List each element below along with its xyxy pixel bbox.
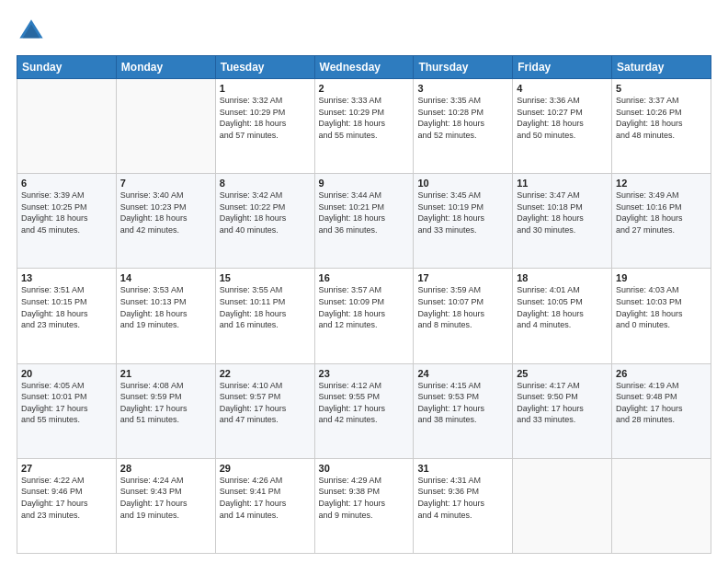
week-row-2: 6Sunrise: 3:39 AM Sunset: 10:25 PM Dayli…	[17, 174, 711, 269]
day-number: 14	[120, 272, 211, 283]
calendar-cell: 15Sunrise: 3:55 AM Sunset: 10:11 PM Dayl…	[215, 269, 314, 363]
day-number: 15	[220, 272, 311, 283]
calendar-cell: 23Sunrise: 4:12 AM Sunset: 9:55 PM Dayli…	[314, 363, 414, 458]
day-number: 2	[319, 83, 410, 94]
weekday-header-row: SundayMondayTuesdayWednesdayThursdayFrid…	[17, 56, 711, 79]
day-info: Sunrise: 4:19 AM Sunset: 9:48 PM Dayligh…	[616, 380, 707, 426]
week-row-3: 13Sunrise: 3:51 AM Sunset: 10:15 PM Dayl…	[17, 269, 711, 363]
day-number: 19	[616, 272, 707, 283]
day-number: 24	[417, 368, 508, 379]
day-info: Sunrise: 4:01 AM Sunset: 10:05 PM Daylig…	[517, 284, 608, 330]
day-info: Sunrise: 3:57 AM Sunset: 10:09 PM Daylig…	[319, 284, 410, 330]
day-number: 23	[319, 368, 410, 379]
week-row-4: 20Sunrise: 4:05 AM Sunset: 10:01 PM Dayl…	[17, 363, 711, 458]
calendar-cell: 18Sunrise: 4:01 AM Sunset: 10:05 PM Dayl…	[513, 269, 612, 363]
calendar-cell: 11Sunrise: 3:47 AM Sunset: 10:18 PM Dayl…	[513, 174, 612, 269]
calendar-cell: 17Sunrise: 3:59 AM Sunset: 10:07 PM Dayl…	[414, 269, 513, 363]
day-info: Sunrise: 3:59 AM Sunset: 10:07 PM Daylig…	[417, 284, 508, 330]
day-info: Sunrise: 3:51 AM Sunset: 10:15 PM Daylig…	[21, 284, 112, 330]
calendar-cell: 20Sunrise: 4:05 AM Sunset: 10:01 PM Dayl…	[17, 363, 117, 458]
calendar-cell: 26Sunrise: 4:19 AM Sunset: 9:48 PM Dayli…	[612, 363, 711, 458]
day-info: Sunrise: 3:37 AM Sunset: 10:26 PM Daylig…	[616, 95, 707, 141]
day-number: 26	[616, 368, 707, 379]
calendar-cell: 13Sunrise: 3:51 AM Sunset: 10:15 PM Dayl…	[17, 269, 117, 363]
day-number: 25	[517, 368, 608, 379]
day-info: Sunrise: 3:45 AM Sunset: 10:19 PM Daylig…	[417, 190, 508, 236]
day-info: Sunrise: 3:35 AM Sunset: 10:28 PM Daylig…	[417, 95, 508, 141]
calendar-cell: 31Sunrise: 4:31 AM Sunset: 9:36 PM Dayli…	[414, 458, 513, 553]
weekday-header-sunday: Sunday	[17, 56, 117, 79]
calendar-cell: 24Sunrise: 4:15 AM Sunset: 9:53 PM Dayli…	[414, 363, 513, 458]
day-info: Sunrise: 3:33 AM Sunset: 10:29 PM Daylig…	[319, 95, 410, 141]
day-info: Sunrise: 4:12 AM Sunset: 9:55 PM Dayligh…	[319, 380, 410, 426]
day-info: Sunrise: 4:03 AM Sunset: 10:03 PM Daylig…	[616, 284, 707, 330]
calendar-cell: 21Sunrise: 4:08 AM Sunset: 9:59 PM Dayli…	[116, 363, 215, 458]
day-info: Sunrise: 3:32 AM Sunset: 10:29 PM Daylig…	[220, 95, 311, 141]
calendar-cell: 6Sunrise: 3:39 AM Sunset: 10:25 PM Dayli…	[17, 174, 117, 269]
day-info: Sunrise: 3:40 AM Sunset: 10:23 PM Daylig…	[120, 190, 211, 236]
calendar-cell: 25Sunrise: 4:17 AM Sunset: 9:50 PM Dayli…	[513, 363, 612, 458]
calendar-cell: 10Sunrise: 3:45 AM Sunset: 10:19 PM Dayl…	[414, 174, 513, 269]
day-number: 3	[417, 83, 508, 94]
day-number: 16	[319, 272, 410, 283]
calendar-cell	[513, 458, 612, 553]
day-info: Sunrise: 4:22 AM Sunset: 9:46 PM Dayligh…	[21, 475, 112, 521]
calendar-cell	[17, 79, 117, 174]
day-number: 7	[120, 178, 211, 189]
calendar-table: SundayMondayTuesdayWednesdayThursdayFrid…	[17, 55, 711, 554]
day-info: Sunrise: 4:10 AM Sunset: 9:57 PM Dayligh…	[220, 380, 311, 426]
calendar-cell: 8Sunrise: 3:42 AM Sunset: 10:22 PM Dayli…	[215, 174, 314, 269]
logo	[17, 17, 50, 46]
day-number: 27	[21, 463, 112, 474]
weekday-header-thursday: Thursday	[414, 56, 513, 79]
day-number: 12	[616, 178, 707, 189]
calendar-cell: 9Sunrise: 3:44 AM Sunset: 10:21 PM Dayli…	[314, 174, 414, 269]
day-info: Sunrise: 3:39 AM Sunset: 10:25 PM Daylig…	[21, 190, 112, 236]
day-number: 4	[517, 83, 608, 94]
calendar-cell: 19Sunrise: 4:03 AM Sunset: 10:03 PM Dayl…	[612, 269, 711, 363]
day-number: 13	[21, 272, 112, 283]
day-info: Sunrise: 3:53 AM Sunset: 10:13 PM Daylig…	[120, 284, 211, 330]
day-info: Sunrise: 4:17 AM Sunset: 9:50 PM Dayligh…	[517, 380, 608, 426]
day-info: Sunrise: 4:05 AM Sunset: 10:01 PM Daylig…	[21, 380, 112, 426]
day-info: Sunrise: 4:29 AM Sunset: 9:38 PM Dayligh…	[319, 475, 410, 521]
day-number: 22	[220, 368, 311, 379]
day-info: Sunrise: 3:42 AM Sunset: 10:22 PM Daylig…	[220, 190, 311, 236]
day-number: 18	[517, 272, 608, 283]
day-number: 9	[319, 178, 410, 189]
calendar-cell: 29Sunrise: 4:26 AM Sunset: 9:41 PM Dayli…	[215, 458, 314, 553]
calendar-cell: 5Sunrise: 3:37 AM Sunset: 10:26 PM Dayli…	[612, 79, 711, 174]
day-info: Sunrise: 4:26 AM Sunset: 9:41 PM Dayligh…	[220, 475, 311, 521]
calendar-cell: 28Sunrise: 4:24 AM Sunset: 9:43 PM Dayli…	[116, 458, 215, 553]
weekday-header-saturday: Saturday	[612, 56, 711, 79]
day-number: 17	[417, 272, 508, 283]
weekday-header-tuesday: Tuesday	[215, 56, 314, 79]
day-number: 29	[220, 463, 311, 474]
day-number: 5	[616, 83, 707, 94]
day-number: 1	[220, 83, 311, 94]
day-number: 10	[417, 178, 508, 189]
calendar-cell: 2Sunrise: 3:33 AM Sunset: 10:29 PM Dayli…	[314, 79, 414, 174]
day-number: 20	[21, 368, 112, 379]
day-info: Sunrise: 3:47 AM Sunset: 10:18 PM Daylig…	[517, 190, 608, 236]
page: SundayMondayTuesdayWednesdayThursdayFrid…	[0, 0, 728, 563]
day-number: 28	[120, 463, 211, 474]
calendar-cell: 1Sunrise: 3:32 AM Sunset: 10:29 PM Dayli…	[215, 79, 314, 174]
calendar-cell: 16Sunrise: 3:57 AM Sunset: 10:09 PM Dayl…	[314, 269, 414, 363]
week-row-5: 27Sunrise: 4:22 AM Sunset: 9:46 PM Dayli…	[17, 458, 711, 553]
day-info: Sunrise: 4:15 AM Sunset: 9:53 PM Dayligh…	[417, 380, 508, 426]
calendar-cell	[116, 79, 215, 174]
calendar-cell	[612, 458, 711, 553]
calendar-cell: 14Sunrise: 3:53 AM Sunset: 10:13 PM Dayl…	[116, 269, 215, 363]
day-info: Sunrise: 4:08 AM Sunset: 9:59 PM Dayligh…	[120, 380, 211, 426]
week-row-1: 1Sunrise: 3:32 AM Sunset: 10:29 PM Dayli…	[17, 79, 711, 174]
day-number: 31	[417, 463, 508, 474]
day-number: 11	[517, 178, 608, 189]
calendar-cell: 27Sunrise: 4:22 AM Sunset: 9:46 PM Dayli…	[17, 458, 117, 553]
day-info: Sunrise: 3:55 AM Sunset: 10:11 PM Daylig…	[220, 284, 311, 330]
calendar-cell: 4Sunrise: 3:36 AM Sunset: 10:27 PM Dayli…	[513, 79, 612, 174]
day-info: Sunrise: 3:44 AM Sunset: 10:21 PM Daylig…	[319, 190, 410, 236]
calendar-cell: 22Sunrise: 4:10 AM Sunset: 9:57 PM Dayli…	[215, 363, 314, 458]
logo-icon	[17, 17, 46, 46]
calendar-cell: 12Sunrise: 3:49 AM Sunset: 10:16 PM Dayl…	[612, 174, 711, 269]
